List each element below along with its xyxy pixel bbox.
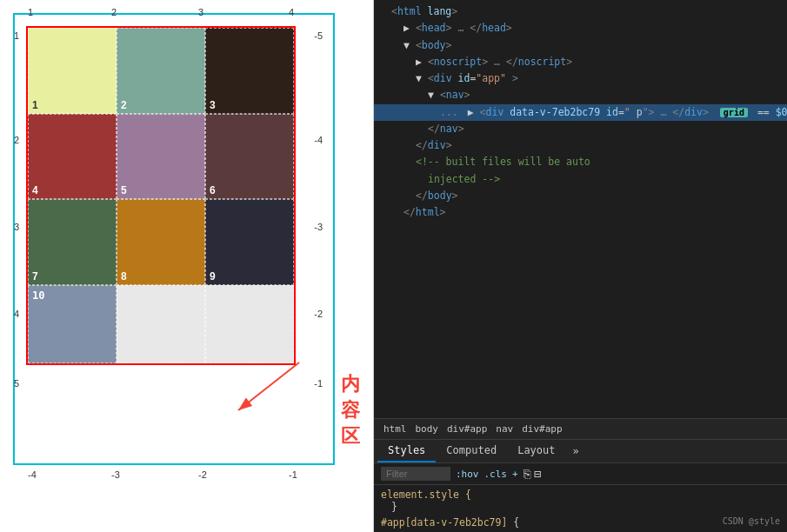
breadcrumb-bar: html body div#app nav div#app — [374, 418, 787, 439]
grid-panel: 1 2 3 4 1 2 3 4 5 -5 -4 -3 -2 -1 -4 -3 -… — [0, 0, 374, 532]
html-line-htmllang: <html lang> — [374, 3, 787, 20]
copy-icon[interactable]: ⎘ — [524, 467, 530, 481]
axis-left-2: 2 — [14, 135, 19, 145]
axis-top-4: 4 — [289, 7, 294, 17]
tab-styles[interactable]: Styles — [377, 440, 436, 462]
html-line-div-selected[interactable]: ... ▶ <div data-v-7eb2bc79 id=" p"> … </… — [374, 104, 787, 121]
filter-cls-btn[interactable]: .cls — [484, 469, 508, 480]
axis-right-1: -1 — [314, 378, 323, 389]
axis-right-5: -5 — [314, 30, 323, 41]
html-line-div-close: </div> — [374, 137, 787, 154]
cell-9: 9 — [205, 199, 294, 285]
grid-box: 1 2 3 4 5 6 7 8 9 10 — [26, 26, 296, 365]
html-line-body: ▼ <body> — [374, 37, 787, 54]
filter-icons: ⎘ ⊟ — [524, 467, 541, 481]
html-line-div-app: ▼ <div id="app" > — [374, 70, 787, 87]
cell-4: 4 — [28, 114, 117, 200]
axis-top-2: 2 — [111, 7, 117, 17]
grid-inner: 1 2 3 4 5 6 7 8 9 — [28, 28, 294, 285]
css-rule-element: element.style { } — [381, 489, 780, 513]
axis-right-4: -4 — [314, 135, 323, 145]
axis-left-5: 5 — [14, 378, 19, 389]
cell-7: 7 — [28, 199, 117, 285]
axis-bottom-4: -4 — [28, 469, 37, 480]
cell-1: 1 — [28, 28, 117, 114]
cell-3: 3 — [205, 28, 294, 114]
axis-left-1: 1 — [14, 30, 19, 41]
breadcrumb-html[interactable]: html — [381, 422, 410, 436]
html-line-head: ▶ <head> … </head> — [374, 20, 787, 37]
devtools-panel: <html lang> ▶ <head> … </head> ▼ <body> … — [374, 0, 787, 532]
axis-bottom-2: -2 — [198, 469, 207, 480]
html-line-nav-close: </nav> — [374, 121, 787, 137]
axis-bottom-1: -1 — [289, 469, 297, 480]
arrow-svg — [221, 354, 308, 423]
settings-icon[interactable]: ⊟ — [534, 467, 541, 481]
breadcrumb-divapp2[interactable]: div#app — [519, 422, 564, 436]
axis-bottom-3: -3 — [111, 469, 120, 480]
axis-right-2: -2 — [314, 309, 323, 319]
cell-2: 2 — [117, 28, 205, 114]
html-line-noscript: ▶ <noscript> … </noscript> — [374, 54, 787, 70]
html-line-nav: ▼ <nav> — [374, 87, 787, 103]
filter-hov-btn[interactable]: :hov — [456, 469, 479, 480]
axis-top-1: 1 — [28, 7, 33, 17]
axis-top-3: 3 — [198, 7, 203, 17]
html-line-injected: injected --> — [374, 171, 787, 188]
html-line-html-close: </html> — [374, 204, 787, 221]
cell-5: 5 — [117, 114, 205, 200]
breadcrumb-nav[interactable]: nav — [493, 422, 516, 436]
axis-right-3: -3 — [314, 222, 323, 232]
css-rules: element.style { } #app[data-v-7eb2bc79] … — [374, 484, 787, 532]
cell-11 — [117, 285, 205, 363]
html-line-comment: <!-- built files will be auto — [374, 154, 787, 170]
breadcrumb-body[interactable]: body — [413, 422, 442, 436]
css-rule-app: #app[data-v-7eb2bc79] CSDN @style { — [381, 516, 780, 529]
html-line-body-close: </body> — [374, 188, 787, 204]
filter-input[interactable] — [381, 467, 450, 481]
grid-badge: grid — [720, 108, 748, 117]
cell-10: 10 — [28, 285, 117, 363]
filter-bar: :hov .cls + ⎘ ⊟ — [374, 462, 787, 484]
svg-line-1 — [238, 362, 299, 410]
cell-8: 8 — [117, 199, 205, 285]
cell-12 — [205, 285, 294, 363]
tab-layout[interactable]: Layout — [507, 440, 565, 462]
grid-bottom: 10 — [28, 285, 294, 363]
cell-6: 6 — [205, 114, 294, 200]
html-tree: <html lang> ▶ <head> … </head> ▼ <body> … — [374, 0, 787, 418]
axis-left-3: 3 — [14, 222, 19, 232]
axis-left-4: 4 — [14, 309, 19, 319]
content-zone-label: 内容区 — [341, 371, 360, 449]
filter-add-btn[interactable]: + — [512, 469, 518, 480]
breadcrumb-divapp[interactable]: div#app — [444, 422, 490, 436]
tab-computed[interactable]: Computed — [436, 440, 507, 462]
devtools-tabs: Styles Computed Layout » — [374, 439, 787, 462]
tab-more[interactable]: » — [566, 441, 586, 462]
